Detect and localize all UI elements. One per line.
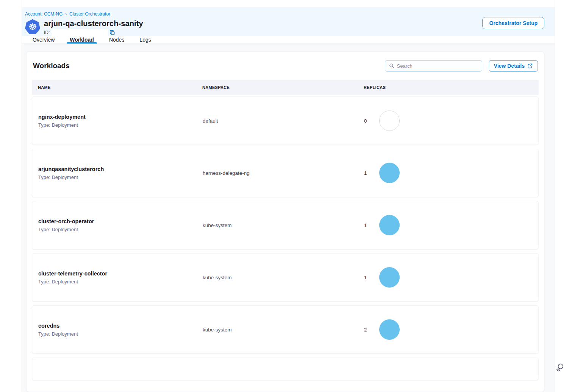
- table-row[interactable]: cluster-telemetry-collector Type: Deploy…: [32, 253, 539, 302]
- workload-type: Type: Deployment: [38, 331, 203, 337]
- replica-status-circle: [379, 110, 400, 131]
- replica-count: 1: [364, 222, 368, 228]
- tab-logs[interactable]: Logs: [139, 36, 151, 44]
- workloads-title: Workloads: [33, 62, 70, 70]
- workload-name: nginx-deployment: [38, 114, 203, 120]
- workload-type: Type: Deployment: [38, 122, 203, 128]
- tab-bar: Overview Workload Nodes Logs: [22, 36, 555, 44]
- workload-name: cluster-orch-operator: [38, 218, 203, 224]
- replica-count: 1: [364, 170, 368, 176]
- breadcrumb-section-link[interactable]: Cluster Orchestrator: [69, 11, 110, 17]
- cluster-header: Account: CCM-NG › Cluster Orchestrator ☸…: [22, 7, 555, 36]
- replica-count: 2: [364, 327, 368, 333]
- kubernetes-icon: ☸: [25, 19, 40, 34]
- replica-status-circle: [379, 319, 400, 340]
- id-label: ID:: [44, 30, 50, 35]
- tab-nodes[interactable]: Nodes: [109, 36, 124, 44]
- table-row[interactable]: coredns Type: Deployment kube-system 2: [32, 305, 539, 354]
- replica-status-circle: [379, 267, 400, 288]
- workload-name: coredns: [38, 323, 203, 329]
- page-title: arjun-qa-clusterorch-sanity: [44, 19, 143, 28]
- search-box[interactable]: [385, 60, 482, 72]
- orchestrator-setup-button[interactable]: Orchestrator Setup: [482, 17, 544, 29]
- tab-workload[interactable]: Workload: [70, 36, 94, 44]
- workload-namespace: kube-system: [203, 327, 364, 333]
- view-details-label: View Details: [494, 63, 525, 69]
- table-row-partial[interactable]: [32, 358, 539, 380]
- table-row[interactable]: nginx-deployment Type: Deployment defaul…: [32, 96, 539, 145]
- breadcrumb-account-link[interactable]: Account: CCM-NG: [25, 11, 63, 17]
- workload-namespace: default: [203, 118, 364, 124]
- workload-name: arjunqasanityclusterorch: [38, 166, 203, 172]
- external-link-icon: [527, 63, 533, 68]
- top-whitespace: [22, 0, 555, 7]
- search-icon: [389, 63, 394, 68]
- workload-type: Type: Deployment: [38, 174, 203, 180]
- workloads-controls: View Details: [385, 60, 538, 72]
- workload-type: Type: Deployment: [38, 279, 203, 285]
- table-row[interactable]: cluster-orch-operator Type: Deployment k…: [32, 201, 539, 249]
- workload-type: Type: Deployment: [38, 227, 203, 232]
- replica-status-circle: [379, 163, 400, 183]
- id-redacted-value: [51, 29, 108, 36]
- app-container: Account: CCM-NG › Cluster Orchestrator ☸…: [22, 0, 555, 392]
- view-details-button[interactable]: View Details: [489, 60, 538, 72]
- replica-status-circle: [379, 215, 400, 235]
- table-row[interactable]: arjunqasanityclusterorch Type: Deploymen…: [32, 149, 539, 197]
- breadcrumb-separator: ›: [65, 11, 67, 17]
- table-header-row: NAME NAMESPACE REPLICAS: [32, 80, 539, 95]
- workload-namespace: harness-delegate-ng: [203, 170, 364, 176]
- cluster-id-row: ID:: [44, 29, 143, 36]
- workloads-panel-header: Workloads View Details: [32, 60, 539, 72]
- column-header-namespace: NAMESPACE: [202, 85, 364, 90]
- workload-rows: nginx-deployment Type: Deployment defaul…: [32, 96, 539, 380]
- breadcrumb: Account: CCM-NG › Cluster Orchestrator: [25, 11, 555, 17]
- replica-count: 1: [364, 275, 368, 280]
- workloads-panel: Workloads View Details: [26, 51, 544, 392]
- column-header-replicas: REPLICAS: [364, 85, 539, 90]
- title-row: ☸ arjun-qa-clusterorch-sanity ID:: [25, 19, 555, 36]
- copy-icon[interactable]: [109, 30, 115, 36]
- column-header-name: NAME: [38, 85, 202, 90]
- workload-namespace: kube-system: [203, 275, 364, 280]
- tab-overview[interactable]: Overview: [33, 36, 55, 44]
- workload-name: cluster-telemetry-collector: [38, 271, 203, 277]
- content-area: Workloads View Details: [22, 44, 555, 392]
- workload-namespace: kube-system: [203, 222, 364, 228]
- title-block: arjun-qa-clusterorch-sanity ID:: [44, 19, 143, 36]
- search-input[interactable]: [397, 63, 478, 69]
- chat-widget-icon[interactable]: [555, 362, 564, 372]
- replica-count: 0: [364, 118, 368, 124]
